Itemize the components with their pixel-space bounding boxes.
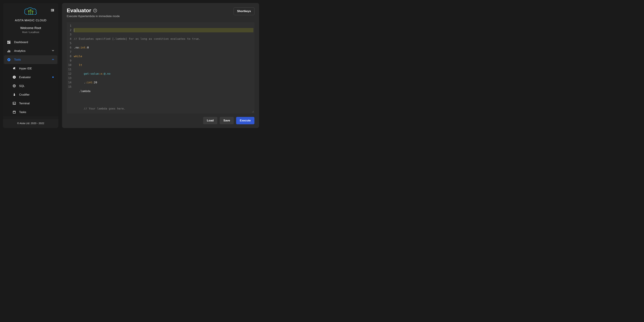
- resize-handle-icon[interactable]: [252, 110, 254, 113]
- save-button[interactable]: Save: [220, 117, 234, 124]
- dashboard-icon: [7, 40, 11, 44]
- execute-button[interactable]: Execute: [236, 117, 254, 124]
- sidebar-item-terminal[interactable]: Terminal: [3, 99, 58, 108]
- editor-gutter: 123456789101112131415: [67, 22, 73, 114]
- svg-point-4: [30, 10, 31, 11]
- chevron-up-icon: [52, 58, 54, 62]
- brand-name: AISTA MAGIC CLOUD: [3, 19, 58, 22]
- page-title: Evaluator: [67, 8, 91, 14]
- welcome-block: Welcome Root Root / Localhost: [3, 26, 58, 34]
- help-icon[interactable]: ?: [93, 9, 97, 12]
- breadcrumb: Root / Localhost: [3, 31, 58, 34]
- sidebar-item-label: Tools: [14, 58, 21, 62]
- sidebar-item-label: Hyper IDE: [19, 67, 32, 70]
- sidebar-item-evaluator[interactable]: Evaluator: [3, 73, 58, 82]
- page-subtitle: Execute Hyperlambda in immediate mode: [67, 14, 120, 18]
- sidebar-item-tasks[interactable]: Tasks: [3, 108, 58, 116]
- terminal-icon: [12, 102, 16, 105]
- svg-rect-8: [9, 41, 10, 42]
- sidebar-collapse-button[interactable]: [51, 8, 54, 13]
- page-title-row: Evaluator ?: [67, 8, 120, 14]
- sidebar-item-label: Analytics: [14, 49, 26, 53]
- svg-rect-13: [10, 50, 10, 52]
- brand-area: AISTA MAGIC CLOUD: [3, 3, 58, 24]
- sidebar-item-label: SQL: [19, 84, 25, 88]
- svg-rect-20: [13, 111, 16, 113]
- svg-point-5: [32, 11, 33, 12]
- svg-rect-7: [8, 41, 9, 42]
- sidebar-item-label: Crudifier: [19, 93, 30, 96]
- sidebar-item-sql[interactable]: SQL: [3, 82, 58, 90]
- svg-rect-11: [8, 51, 8, 52]
- sidebar-item-label: Evaluator: [19, 76, 31, 79]
- sidebar-item-dashboard[interactable]: Dashboard: [3, 38, 58, 46]
- menu-collapse-icon: [51, 8, 54, 12]
- sidebar-item-tools[interactable]: Tools: [4, 55, 57, 64]
- sidebar-item-label: Tasks: [19, 110, 26, 114]
- puzzle-icon: [12, 66, 16, 70]
- tools-submenu: Hyper IDE Evaluator SQL: [3, 64, 58, 116]
- svg-rect-9: [9, 42, 10, 44]
- logo-icon: [3, 6, 58, 18]
- action-bar: Load Save Execute: [67, 117, 254, 124]
- active-indicator-dot: [52, 76, 54, 78]
- touch-icon: [12, 93, 16, 96]
- nav: Dashboard Analytics Tools: [3, 38, 58, 120]
- analytics-icon: [7, 49, 11, 53]
- welcome-text: Welcome Root: [3, 26, 58, 30]
- sidebar-item-crudifier[interactable]: Crudifier: [3, 90, 58, 99]
- sidebar-item-label: Dashboard: [14, 40, 28, 44]
- sidebar-item-analytics[interactable]: Analytics: [3, 46, 58, 55]
- bolt-icon: [12, 75, 16, 79]
- svg-point-3: [28, 10, 30, 12]
- code-editor[interactable]: 123456789101112131415 // Evaluates speci…: [67, 22, 254, 114]
- svg-rect-10: [8, 42, 9, 44]
- sidebar-item-hyper-ide[interactable]: Hyper IDE: [3, 64, 58, 73]
- sidebar-item-label: Terminal: [19, 102, 30, 105]
- tools-icon: [7, 58, 11, 62]
- svg-rect-19: [13, 102, 16, 104]
- footer-copyright: © Aista Ltd. 2020 - 2022: [3, 120, 58, 128]
- main-panel: Evaluator ? Execute Hyperlambda in immed…: [62, 3, 259, 128]
- chevron-down-icon: [52, 49, 54, 53]
- globe-icon: [12, 84, 16, 88]
- load-button[interactable]: Load: [203, 117, 217, 124]
- sidebar: AISTA MAGIC CLOUD Welcome Root Root / Lo…: [3, 3, 58, 128]
- editor-content[interactable]: // Evaluates specified [.lambda] for as …: [73, 22, 254, 114]
- calendar-icon: [12, 110, 16, 114]
- svg-rect-12: [8, 50, 9, 52]
- shortkeys-button[interactable]: Shortkeys: [234, 8, 254, 15]
